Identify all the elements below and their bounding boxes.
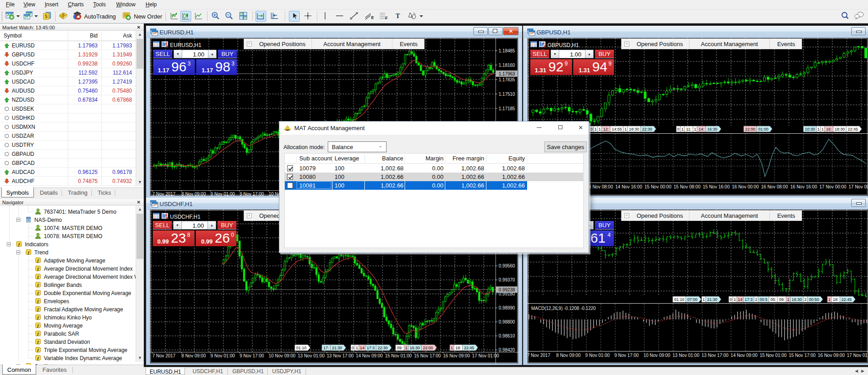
svg-text:18:30: 18:30 [629, 127, 639, 131]
svg-text:MACD(12,26,9) -0.1208 -0.1220: MACD(12,26,9) -0.1208 -0.1220 [531, 306, 596, 311]
svg-text:07:00: 07:00 [687, 297, 698, 302]
svg-text:1: 1 [694, 127, 696, 131]
svg-text:1: 1 [405, 346, 407, 350]
svg-text:15 Nov 16:00: 15 Nov 16:00 [703, 184, 730, 189]
svg-text:15 Nov 01:00: 15 Nov 01:00 [760, 353, 787, 358]
svg-text:0.99370: 0.99370 [499, 277, 515, 282]
svg-text:16:30: 16:30 [707, 127, 717, 131]
svg-text:13 Nov 17:00: 13 Nov 17:00 [327, 353, 354, 358]
svg-text:9 Nov 01:00: 9 Nov 01:00 [211, 353, 235, 358]
svg-text:9 Nov 01:00: 9 Nov 01:00 [585, 353, 610, 358]
svg-text:8 Nov 09:00: 8 Nov 09:00 [181, 353, 206, 358]
svg-text:7 Nov 2017: 7 Nov 2017 [528, 353, 551, 358]
svg-text:10 Nov 09:00: 10 Nov 09:00 [269, 353, 296, 358]
svg-text:13 Nov 01:00: 13 Nov 01:00 [298, 353, 325, 358]
svg-text:5: 5 [62, 13, 64, 17]
svg-text:2: 2 [804, 297, 807, 302]
svg-text:16 Nov 00:00: 16 Nov 00:00 [732, 184, 759, 189]
svg-text:9 Nov 17:00: 9 Nov 17:00 [240, 353, 264, 358]
svg-text:E: E [371, 15, 374, 20]
svg-text:14 Nov 08:00: 14 Nov 08:00 [586, 184, 613, 189]
svg-text:09:: 09: [779, 297, 785, 302]
svg-text:1: 1 [734, 297, 736, 302]
svg-text:17 Nov 01: 17 Nov 01 [847, 353, 868, 358]
svg-text:21:30: 21:30 [707, 297, 717, 302]
svg-text:00:50: 00:50 [809, 297, 819, 302]
svg-text:21:30: 21:30 [332, 346, 342, 350]
svg-text:15 Nov 00:00: 15 Nov 00:00 [645, 184, 672, 189]
svg-text:0.99238: 0.99238 [499, 287, 515, 292]
svg-text:7 Nov 2017: 7 Nov 2017 [152, 353, 176, 358]
svg-text:1.17963: 1.17963 [499, 71, 515, 76]
svg-text:15 Nov 08:00: 15 Nov 08:00 [674, 184, 701, 189]
svg-text:1.17185: 1.17185 [499, 106, 515, 111]
svg-text:1: 1 [624, 127, 627, 131]
svg-text:0.98610: 0.98610 [499, 333, 515, 338]
svg-text:16:: 16: [826, 127, 832, 131]
svg-text:14 Nov 16:00: 14 Nov 16:00 [615, 184, 642, 189]
svg-text:16 Nov 09:00: 16 Nov 09:00 [443, 353, 470, 358]
svg-text:16 Nov 16:00: 16 Nov 16:00 [790, 184, 817, 189]
svg-text:17 Nov 08:00: 17 Nov 08:00 [849, 184, 868, 189]
svg-text:14 Nov 09:00: 14 Nov 09:00 [356, 353, 383, 358]
svg-text:1: 1 [703, 297, 705, 302]
svg-text:14 Nov 09:00: 14 Nov 09:00 [731, 353, 758, 358]
svg-text:1: 1 [787, 297, 789, 302]
svg-text:09:: 09: [397, 346, 403, 350]
svg-text:17 Nov 01:00: 17 Nov 01:00 [472, 353, 499, 358]
svg-text:0.98420: 0.98420 [499, 347, 515, 352]
svg-text:10:30: 10:30 [805, 127, 815, 131]
svg-text:22:00: 22:00 [423, 346, 433, 350]
svg-text:2: 2 [755, 297, 757, 302]
svg-text:10 Nov 09:00: 10 Nov 09:00 [643, 353, 670, 358]
svg-text:16:30: 16:30 [792, 297, 802, 302]
svg-text:1.18160: 1.18160 [499, 63, 515, 68]
svg-text:14:: 14: [698, 127, 704, 131]
svg-text:17 Nov 00:00: 17 Nov 00:00 [820, 184, 847, 189]
svg-text:0: 0 [730, 297, 732, 302]
svg-text:17:3: 17:3 [745, 297, 753, 302]
svg-text:13 Nov 01:00: 13 Nov 01:00 [673, 353, 700, 358]
svg-text:14: 14 [360, 346, 364, 350]
svg-text:22:30: 22:30 [642, 127, 652, 131]
svg-text:9 Nov 17:00: 9 Nov 17:00 [614, 353, 639, 358]
svg-text:22:45: 22:45 [464, 346, 474, 350]
svg-text:22:00: 22:00 [745, 127, 755, 131]
svg-text:0: 0 [677, 127, 679, 131]
svg-text:16:30: 16:30 [410, 346, 420, 350]
svg-text:18:: 18: [455, 346, 461, 350]
svg-text:01:00: 01:00 [758, 127, 769, 131]
svg-text:1: 1 [599, 127, 601, 131]
svg-text:01:10: 01:10 [296, 346, 307, 350]
svg-text:1.18485: 1.18485 [499, 48, 515, 53]
svg-text:15 Nov 01:00: 15 Nov 01:00 [385, 353, 412, 358]
svg-text:1: 1 [594, 127, 597, 131]
svg-text:15 Nov 17:00: 15 Nov 17:00 [414, 353, 441, 358]
svg-text:8 Nov 09:00: 8 Nov 09:00 [556, 353, 580, 358]
svg-text:16 Nov 09:00: 16 Nov 09:00 [818, 353, 845, 358]
svg-text:$: $ [45, 14, 47, 19]
svg-text:1.17835: 1.17835 [499, 77, 515, 82]
svg-text:22:45: 22:45 [848, 127, 858, 131]
svg-text:F: F [385, 16, 388, 20]
svg-text:1: 1 [828, 297, 830, 302]
svg-text:16 Nov 08:00: 16 Nov 08:00 [761, 184, 788, 189]
svg-text:14: 14 [738, 297, 742, 302]
svg-text:0.98800: 0.98800 [499, 319, 515, 324]
svg-text:17:: 17: [323, 346, 329, 350]
svg-text:00:5: 00:5 [760, 297, 768, 302]
svg-text:18:: 18: [833, 297, 839, 302]
svg-text:1.17510: 1.17510 [499, 92, 515, 97]
svg-text:0.98990: 0.98990 [499, 305, 515, 310]
svg-text:T: T [396, 13, 400, 19]
svg-text:14:55: 14:55 [612, 127, 622, 131]
svg-text:0: 0 [590, 127, 593, 131]
svg-text:18:30: 18:30 [835, 127, 845, 131]
svg-text:1: 1 [681, 127, 684, 131]
svg-text:12:: 12: [603, 127, 609, 131]
svg-text:15 Nov 17:00: 15 Nov 17:00 [789, 353, 816, 358]
svg-text:0: 0 [352, 346, 354, 350]
svg-text:22:30: 22:30 [377, 346, 388, 350]
svg-text:0.99560: 0.99560 [499, 263, 515, 268]
svg-text:17:3: 17:3 [367, 346, 375, 350]
